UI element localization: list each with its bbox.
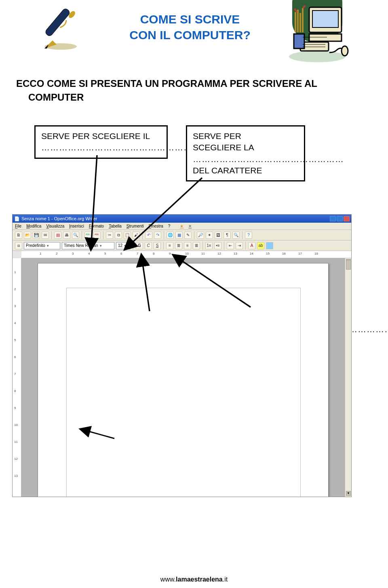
ruler-mark: 3 (72, 252, 74, 255)
font-color-icon[interactable]: A (248, 242, 255, 249)
paste-icon[interactable]: 📋 (124, 232, 131, 239)
cut-icon[interactable]: ✂ (106, 232, 113, 239)
close-doc-icon[interactable]: ✕ (188, 224, 192, 228)
brush-icon[interactable]: 🖌 (133, 232, 140, 239)
ruler-mark: 10 (185, 252, 189, 255)
scroll-down-icon[interactable]: ▼ (346, 491, 351, 496)
numbered-list-icon[interactable]: 1≡ (205, 242, 213, 249)
menu-edit[interactable]: Modifica (26, 224, 41, 228)
dedent-icon[interactable]: ⇤ (227, 242, 234, 249)
ruler-mark: 9 (169, 252, 171, 255)
bold-button[interactable]: G (136, 242, 143, 249)
title-line1: COME SI SCRIVE (109, 11, 271, 27)
zoom-icon[interactable]: 🔍 (232, 232, 240, 239)
copy-icon[interactable]: ⧉ (115, 232, 122, 239)
page-margin-box (66, 288, 301, 497)
vruler-mark: 5 (14, 338, 16, 342)
scroll-thumb[interactable] (346, 260, 351, 270)
window-title: Senza nome 1 - OpenOffice.org Writer (21, 216, 97, 221)
bullet-list-icon[interactable]: •≡ (214, 242, 221, 249)
align-justify-icon[interactable]: ≣ (193, 242, 200, 249)
vruler-mark: 9 (14, 406, 16, 410)
redo-icon[interactable]: ↷ (154, 232, 161, 239)
new-icon[interactable]: 🗎 (15, 232, 22, 239)
callout-font-l2: …………………………………………………………. (41, 142, 161, 153)
menu-format[interactable]: Formato (89, 224, 104, 228)
window-titlebar: 📄 Senza nome 1 - OpenOffice.org Writer (13, 215, 351, 223)
minimize-button[interactable] (330, 216, 336, 221)
pen-icon (40, 4, 89, 53)
page-title: COME SI SCRIVE CON IL COMPUTER? (109, 11, 271, 43)
vruler-mark: 3 (14, 304, 16, 308)
mail-icon[interactable]: ✉ (42, 232, 49, 239)
font-select[interactable]: Times New Roman (62, 242, 114, 249)
vruler-mark: 2 (14, 287, 16, 291)
size-select[interactable]: 12 (116, 242, 131, 249)
menubar: File Modifica Visualizza Inserisci Forma… (13, 223, 351, 230)
highlight-icon[interactable]: ab (257, 242, 264, 249)
callout-font-l1: SERVE PER SCEGLIERE IL (41, 131, 161, 142)
ruler-mark: 11 (201, 252, 205, 255)
spellcheck-icon[interactable]: ᴬᴮᶜ (84, 232, 92, 239)
footer-www: www. (160, 576, 176, 583)
ruler-mark: 18 (314, 252, 318, 255)
menu-help[interactable]: ? (168, 224, 171, 228)
menu-view[interactable]: Visualizza (46, 224, 64, 228)
ruler-mark: 14 (250, 252, 253, 255)
callout-size-l3: …………………………………………… (193, 154, 298, 165)
ruler-mark: 4 (88, 252, 90, 255)
svg-rect-9 (309, 34, 342, 41)
undo-icon[interactable]: ↶ (145, 232, 152, 239)
find-icon[interactable]: 🔎 (197, 232, 204, 239)
nonprint-icon[interactable]: ¶ (224, 232, 231, 239)
svg-point-6 (289, 51, 346, 62)
pdf-icon[interactable]: ▤ (54, 232, 61, 239)
gallery-icon[interactable]: 🖼 (215, 232, 222, 239)
draw-icon[interactable]: ✎ (184, 232, 192, 239)
styles-icon[interactable]: ⧈ (15, 242, 22, 249)
help-icon[interactable]: ? (245, 232, 252, 239)
footer-domain: lamaestraelena (176, 576, 223, 583)
menu-table[interactable]: Tabella (109, 224, 122, 228)
ruler-mark: 7 (137, 252, 138, 255)
align-left-icon[interactable]: ≡ (166, 242, 173, 249)
align-right-icon[interactable]: ≡ (184, 242, 191, 249)
navigator-icon[interactable]: ✦ (206, 232, 213, 239)
ruler-mark: 12 (217, 252, 221, 255)
close-button[interactable] (344, 216, 350, 221)
autospell-icon[interactable]: ᴬᴮᶜ (93, 232, 101, 239)
callout-size-l1: SERVE PER (193, 131, 298, 142)
footer: www.lamaestraelena.it (0, 576, 388, 583)
print-icon[interactable]: 🖶 (63, 232, 70, 239)
computer-illustration (285, 0, 350, 65)
svg-rect-8 (312, 11, 338, 27)
vruler-mark: 13 (14, 474, 18, 478)
table-icon[interactable]: ▦ (175, 232, 183, 239)
menu-file[interactable]: File (15, 224, 21, 228)
callout-size: SERVE PER SCEGLIERE LA ……………………………………………… (186, 125, 305, 181)
open-icon[interactable]: 📂 (24, 232, 31, 239)
menu-insert[interactable]: Inserisci (69, 224, 84, 228)
ruler-mark: 5 (104, 252, 106, 255)
save-icon[interactable]: 💾 (33, 232, 40, 239)
indent-icon[interactable]: ⇥ (236, 242, 243, 249)
scrollbar[interactable]: ▲ ▼ (345, 258, 351, 497)
menu-window[interactable]: Finestra (149, 224, 163, 228)
vruler-mark: 4 (14, 321, 16, 325)
vertical-ruler: 12345678910111213 (13, 258, 21, 497)
align-center-icon[interactable]: ≣ (175, 242, 182, 249)
italic-button[interactable]: C (145, 242, 152, 249)
horizontal-ruler: 123456789101112131415161718 (21, 251, 351, 258)
vruler-mark: 12 (14, 457, 18, 461)
callout-size-l2: SCEGLIERE LA (193, 142, 298, 153)
menu-tools[interactable]: Strumenti (127, 224, 144, 228)
writer-screenshot: 📄 Senza nome 1 - OpenOffice.org Writer F… (12, 214, 352, 497)
underline-button[interactable]: S (154, 242, 161, 249)
preview-icon[interactable]: 🔍 (72, 232, 79, 239)
callout-font: SERVE PER SCEGLIERE IL ……………………………………………… (34, 125, 168, 159)
bgcolor-icon[interactable] (266, 242, 273, 249)
hyperlink-icon[interactable]: 🌐 (167, 232, 174, 239)
style-select[interactable]: Predefinito (24, 242, 60, 249)
maximize-button[interactable] (337, 216, 343, 221)
intro-text: ECCO COME SI PRESENTA UN PROGRAMMA PER S… (16, 77, 317, 104)
